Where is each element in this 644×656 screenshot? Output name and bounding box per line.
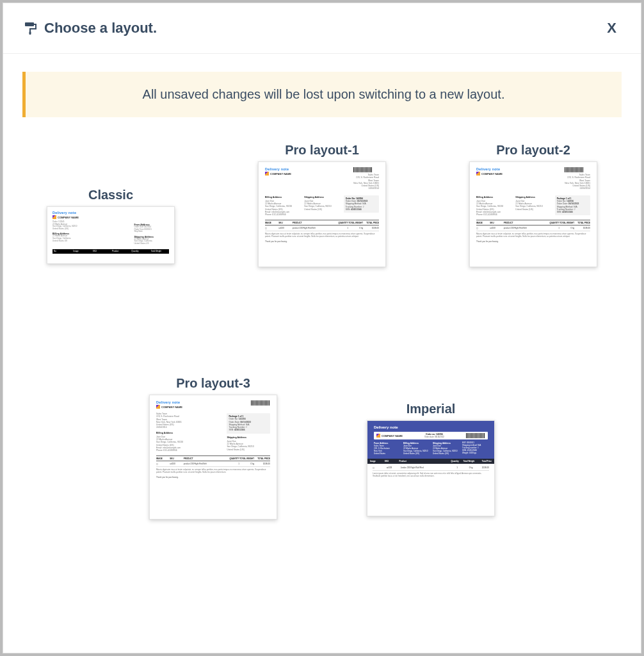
modal-body: All unsaved changes will be lost upon sw…	[3, 54, 641, 520]
choose-layout-modal: Choose a layout. X All unsaved changes w…	[3, 3, 641, 653]
barcode-icon	[466, 433, 485, 438]
svg-rect-1	[29, 31, 31, 35]
close-button[interactable]: X	[602, 17, 622, 39]
layout-label-classic: Classic	[88, 188, 133, 202]
thumbnail-classic: Delivery note COMPANY NAME Order #123452…	[47, 206, 175, 264]
barcode-icon	[565, 167, 584, 172]
layout-option-classic[interactable]: Classic Delivery note COMPANY NAME Order…	[24, 188, 197, 267]
layout-option-pro1[interactable]: Pro layout-1 Delivery note COMPANY NAME …	[236, 143, 408, 267]
thumbnail-pro2: Delivery note COMPANY NAME Sales Team223…	[469, 161, 597, 267]
layout-label-imperial: Imperial	[407, 402, 456, 416]
thumbnail-pro3: Delivery note COMPANY NAME Sales Team223…	[149, 395, 277, 520]
barcode-icon	[251, 400, 270, 406]
layout-option-imperial[interactable]: Imperial Delivery note COMPANY NAME Orde…	[344, 376, 517, 520]
layout-label-pro2: Pro layout-2	[496, 143, 570, 158]
paint-roller-icon	[22, 20, 38, 36]
layout-label-pro3: Pro layout-3	[176, 376, 250, 391]
layout-option-pro3[interactable]: Pro layout-3 Delivery note COMPANY NAME …	[127, 376, 300, 520]
layout-grid: Classic Delivery note COMPANY NAME Order…	[3, 136, 641, 274]
thumbnail-pro1: Delivery note COMPANY NAME Sales Team223…	[258, 161, 386, 267]
svg-rect-0	[25, 22, 34, 26]
layout-option-pro2[interactable]: Pro layout-2 Delivery note COMPANY NAME …	[447, 143, 620, 267]
barcode-icon	[353, 167, 373, 172]
layout-label-pro1: Pro layout-1	[285, 143, 359, 158]
header-left: Choose a layout.	[22, 20, 157, 37]
layout-grid-row-2: Pro layout-3 Delivery note COMPANY NAME …	[3, 376, 641, 520]
modal-header: Choose a layout. X	[3, 3, 641, 54]
modal-title: Choose a layout.	[44, 20, 157, 37]
warning-alert: All unsaved changes will be lost upon sw…	[22, 72, 622, 117]
thumbnail-imperial: Delivery note COMPANY NAME Order no. 142…	[367, 420, 495, 516]
